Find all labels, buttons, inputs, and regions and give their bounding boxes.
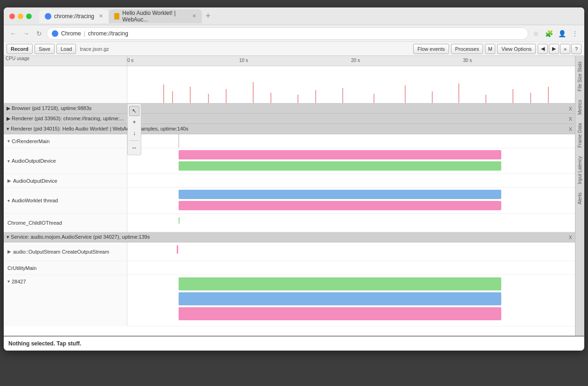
cpu-spike (226, 89, 227, 103)
timeline-ticks: 0 s 10 s 20 s 30 s (127, 56, 575, 66)
renderer1-section-label: ▶ Renderer (pid 33963): chrome://tracing… (7, 116, 124, 122)
timeline-header: CPU usage 0 s 10 s 20 s 30 s (4, 56, 575, 66)
cr-utility-text: CrUtilityMain (7, 265, 36, 271)
audio-output-bar-pink (179, 150, 501, 159)
tick-0s: 0 s (127, 58, 133, 63)
cpu-spike (163, 84, 164, 103)
flow-events-button[interactable]: Flow events (413, 44, 449, 54)
nav-arrows: ◀ ▶ » ? (538, 44, 581, 54)
tab-audioworklet[interactable]: Hello Audio Worklet! | WebAuc... ✕ (109, 9, 202, 23)
nav-help-button[interactable]: ? (571, 44, 581, 54)
tab-favicon-tracing (45, 13, 51, 20)
cpu-spike (374, 94, 374, 103)
pid28427-bar-blue (179, 292, 501, 305)
chrome-childio-row[interactable]: Chrome_ChildIOThread (4, 214, 575, 232)
tracks-container[interactable]: ↖ + ↓ ↔ ▶ Browser (pid 17218), uptime:98… (4, 103, 575, 336)
maximize-button[interactable] (26, 14, 32, 19)
renderer1-section-header[interactable]: ▶ Renderer (pid 33963): chrome://tracing… (4, 114, 575, 124)
pan-tool[interactable]: ↔ (129, 143, 139, 153)
close-button[interactable] (9, 14, 15, 19)
audio-worklet-canvas[interactable] (127, 188, 575, 213)
service-close[interactable]: X (569, 234, 572, 240)
view-options-button[interactable]: View Options (497, 44, 536, 54)
cpu-usage-area (4, 66, 575, 103)
forward-button[interactable]: → (21, 28, 32, 39)
zoom-in-tool[interactable]: + (129, 117, 139, 127)
url-bar[interactable]: Chrome | chrome://tracing (47, 28, 528, 40)
service-section-header[interactable]: ▾ Service: audio.mojom.AudioService (pid… (4, 232, 575, 242)
right-buttons: Flow events Processes M View Options ◀ ▶… (413, 44, 581, 54)
cr-renderer-main-label: ▾ CrRendererMain (4, 134, 127, 148)
audio-output-device-row[interactable]: ▾ AudioOutputDevice (4, 148, 575, 174)
audio-worklet-label: ▾ AudioWorklet thread (4, 188, 127, 213)
pid-28427-canvas[interactable] (127, 275, 575, 326)
sidebar-tab-input-latency[interactable]: Input Latency (576, 152, 583, 188)
browser-close[interactable]: X (569, 106, 572, 111)
extension-button[interactable]: 🧩 (543, 28, 554, 39)
cpu-canvas[interactable] (127, 66, 575, 103)
cpu-spike (208, 94, 209, 103)
nav-jump-button[interactable]: » (560, 44, 570, 54)
toolbar-right: ☆ 🧩 👤 ⋮ (530, 28, 581, 39)
cr-renderer-main-text: CrRendererMain (12, 138, 49, 144)
traffic-lights (9, 14, 32, 19)
cpu-spike (315, 90, 316, 103)
sidebar-tab-file-size[interactable]: File Size Stats (576, 58, 583, 95)
cpu-spike (297, 95, 298, 103)
renderer2-close[interactable]: X (569, 126, 572, 132)
chrome-childio-canvas[interactable] (127, 214, 575, 232)
status-bar: Nothing selected. Tap stuff. (4, 336, 584, 351)
m-button[interactable]: M (485, 44, 495, 54)
back-button[interactable]: ← (7, 28, 19, 39)
cr-renderer-main-row[interactable]: ▾ CrRendererMain (4, 134, 575, 148)
audio-output-arrow: ▾ (7, 159, 10, 164)
new-tab-button[interactable]: + (202, 11, 214, 21)
save-button[interactable]: Save (35, 44, 55, 54)
renderer1-close[interactable]: X (569, 116, 572, 122)
nav-right-button[interactable]: ▶ (549, 44, 559, 54)
star-button[interactable]: ☆ (530, 28, 541, 39)
cr-renderer-main-canvas[interactable] (127, 134, 575, 148)
audio-outputstream-label: ▶ audio::OutputStream CreateOutputStream (4, 242, 127, 261)
audio-output-canvas[interactable] (127, 148, 575, 173)
audio-outputstream-row[interactable]: ▶ audio::OutputStream CreateOutputStream (4, 242, 575, 261)
filename-label: trace.json.gz (78, 46, 111, 52)
tab-close-tracing[interactable]: ✕ (99, 13, 103, 19)
url-divider: | (84, 30, 85, 37)
cr-utility-row[interactable]: CrUtilityMain (4, 261, 575, 275)
audio-output2-canvas[interactable] (127, 174, 575, 187)
processes-button[interactable]: Processes (451, 44, 483, 54)
cpu-spike (172, 91, 173, 103)
tab-close-audio[interactable]: ✕ (192, 13, 196, 19)
record-button[interactable]: Record (7, 44, 33, 54)
audio-output2-text: AudioOutputDevice (13, 178, 57, 184)
pid28427-bar-pink (179, 307, 501, 320)
profile-button[interactable]: 👤 (556, 28, 567, 39)
pid-28427-row[interactable]: ▾ 28427 (4, 275, 575, 326)
sidebar-tab-metrics[interactable]: Metrics (576, 96, 583, 118)
audio-worklet-row[interactable]: ▾ AudioWorklet thread (4, 188, 575, 214)
renderer2-section-header[interactable]: ▾ Renderer (pid 34015): Hello Audio Work… (4, 124, 575, 134)
status-text: Nothing selected. Tap stuff. (8, 340, 81, 347)
audio-output2-arrow: ▶ (7, 178, 11, 183)
menu-button[interactable]: ⋮ (569, 28, 581, 39)
select-tool[interactable]: ↖ (129, 106, 139, 116)
cr-utility-label: CrUtilityMain (4, 261, 127, 275)
sidebar-tab-frame-data[interactable]: Frame Data (576, 119, 583, 152)
cr-utility-canvas[interactable] (127, 261, 575, 275)
minimize-button[interactable] (18, 14, 23, 19)
audio-output-device2-row[interactable]: ▶ AudioOutputDevice (4, 174, 575, 188)
audio-worklet-bar-blue (179, 190, 501, 199)
browser-window: chrome://tracing ✕ Hello Audio Worklet! … (4, 7, 584, 351)
tab-tracing[interactable]: chrome://tracing ✕ (39, 9, 109, 23)
load-button[interactable]: Load (56, 44, 76, 54)
audio-outputstream-canvas[interactable] (127, 242, 575, 261)
sidebar-tab-alerts[interactable]: Alerts (576, 189, 583, 208)
pan-down-tool[interactable]: ↓ (129, 128, 139, 138)
nav-left-button[interactable]: ◀ (538, 44, 548, 54)
childio-mark (179, 217, 180, 224)
browser-section-header[interactable]: ▶ Browser (pid 17218), uptime:9883s X (4, 103, 575, 114)
cpu-spike (253, 82, 254, 103)
audio-output-text: AudioOutputDevice (12, 158, 56, 164)
refresh-button[interactable]: ↻ (34, 28, 45, 39)
